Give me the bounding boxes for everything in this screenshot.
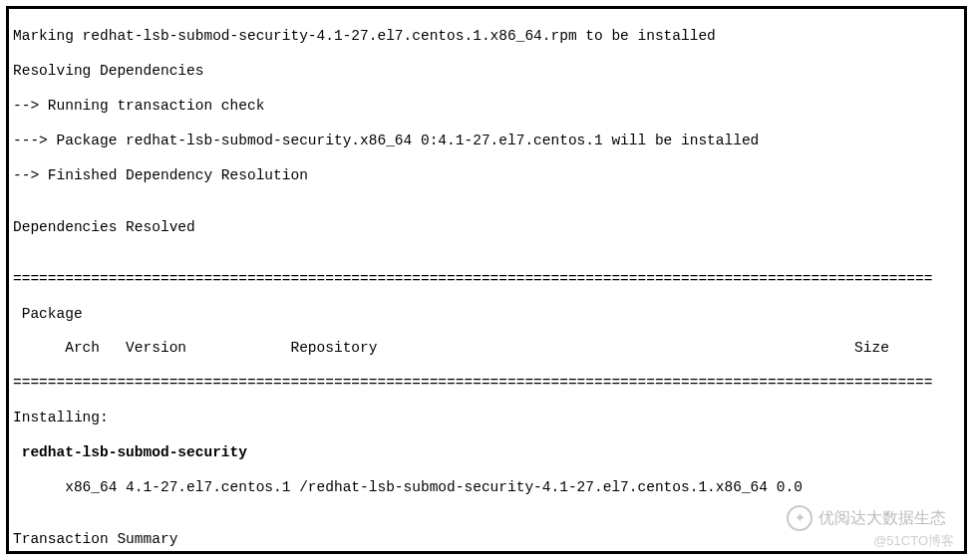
package-name: redhat-lsb-submod-security bbox=[13, 444, 960, 461]
installing-label: Installing: bbox=[13, 410, 960, 426]
separator: ========================================… bbox=[13, 375, 960, 392]
package-detail: x86_64 4.1-27.el7.centos.1 /redhat-lsb-s… bbox=[13, 479, 960, 496]
output-line: --> Running transaction check bbox=[13, 98, 960, 115]
output-line: Dependencies Resolved bbox=[13, 219, 960, 236]
terminal-output: Marking redhat-lsb-submod-security-4.1-2… bbox=[6, 6, 967, 554]
watermark-text: 优阅达大数据生态 bbox=[818, 508, 946, 527]
wechat-icon: ✦ bbox=[787, 505, 812, 531]
output-line: Transaction Summary bbox=[13, 531, 960, 548]
watermark: ✦ 优阅达大数据生态 bbox=[787, 505, 946, 531]
output-line: Marking redhat-lsb-submod-security-4.1-2… bbox=[13, 28, 960, 45]
output-line: --> Finished Dependency Resolution bbox=[13, 167, 960, 184]
table-header: Arch Version Repository Size bbox=[13, 340, 960, 357]
table-header: Package bbox=[13, 306, 960, 323]
blog-watermark: @51CTO博客 bbox=[873, 533, 954, 549]
separator: ========================================… bbox=[13, 271, 960, 288]
output-line: ---> Package redhat-lsb-submod-security.… bbox=[13, 133, 960, 149]
output-line: Resolving Dependencies bbox=[13, 63, 960, 80]
